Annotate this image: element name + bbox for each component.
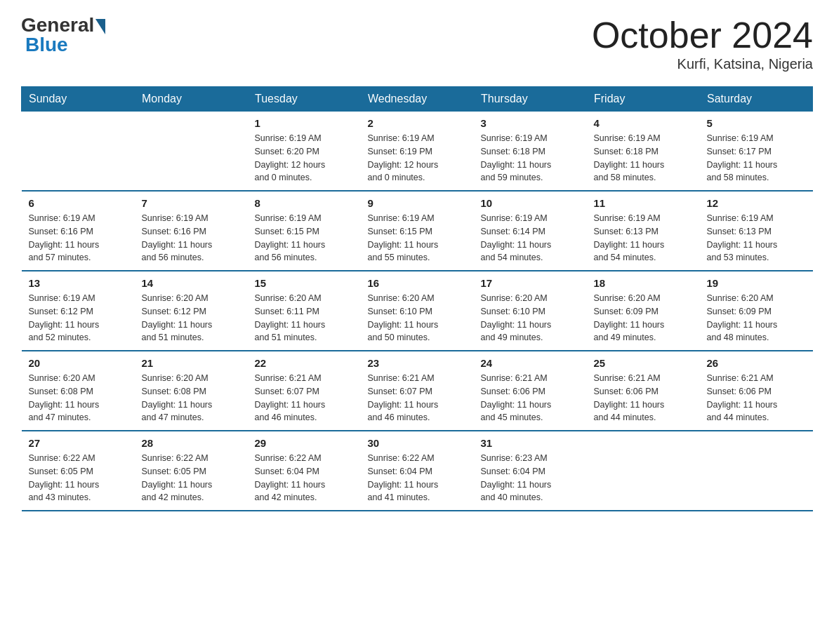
calendar-cell-w2-d6: 11Sunrise: 6:19 AM Sunset: 6:13 PM Dayli… (587, 191, 700, 271)
day-number-18: 18 (594, 277, 693, 289)
calendar-cell-w3-d5: 17Sunrise: 6:20 AM Sunset: 6:10 PM Dayli… (474, 271, 587, 351)
calendar-cell-w4-d5: 24Sunrise: 6:21 AM Sunset: 6:06 PM Dayli… (474, 351, 587, 431)
calendar-cell-w2-d3: 8Sunrise: 6:19 AM Sunset: 6:15 PM Daylig… (248, 191, 361, 271)
day-info-16: Sunrise: 6:20 AM Sunset: 6:10 PM Dayligh… (368, 292, 467, 344)
day-number-2: 2 (368, 117, 467, 129)
day-info-25: Sunrise: 6:21 AM Sunset: 6:06 PM Dayligh… (594, 372, 693, 424)
week-row-2: 6Sunrise: 6:19 AM Sunset: 6:16 PM Daylig… (22, 191, 813, 271)
day-info-17: Sunrise: 6:20 AM Sunset: 6:10 PM Dayligh… (481, 292, 580, 344)
day-info-11: Sunrise: 6:19 AM Sunset: 6:13 PM Dayligh… (594, 212, 693, 264)
day-number-9: 9 (368, 197, 467, 209)
week-row-4: 20Sunrise: 6:20 AM Sunset: 6:08 PM Dayli… (22, 351, 813, 431)
day-number-15: 15 (255, 277, 354, 289)
day-number-24: 24 (481, 357, 580, 369)
calendar-cell-w1-d5: 3Sunrise: 6:19 AM Sunset: 6:18 PM Daylig… (474, 112, 587, 192)
day-info-1: Sunrise: 6:19 AM Sunset: 6:20 PM Dayligh… (255, 132, 354, 185)
calendar-cell-w5-d4: 30Sunrise: 6:22 AM Sunset: 6:04 PM Dayli… (361, 431, 474, 511)
day-info-28: Sunrise: 6:22 AM Sunset: 6:05 PM Dayligh… (142, 452, 241, 504)
header-thursday: Thursday (474, 87, 587, 112)
calendar-cell-w3-d6: 18Sunrise: 6:20 AM Sunset: 6:09 PM Dayli… (587, 271, 700, 351)
calendar-cell-w5-d7 (700, 431, 813, 511)
calendar-cell-w1-d7: 5Sunrise: 6:19 AM Sunset: 6:17 PM Daylig… (700, 112, 813, 192)
calendar-cell-w4-d6: 25Sunrise: 6:21 AM Sunset: 6:06 PM Dayli… (587, 351, 700, 431)
calendar-cell-w4-d3: 22Sunrise: 6:21 AM Sunset: 6:07 PM Dayli… (248, 351, 361, 431)
week-row-5: 27Sunrise: 6:22 AM Sunset: 6:05 PM Dayli… (22, 431, 813, 511)
header-row: Sunday Monday Tuesday Wednesday Thursday… (22, 87, 813, 112)
calendar-cell-w2-d2: 7Sunrise: 6:19 AM Sunset: 6:16 PM Daylig… (135, 191, 248, 271)
page-header: General Blue October 2024 Kurfi, Katsina… (21, 14, 813, 72)
day-info-9: Sunrise: 6:19 AM Sunset: 6:15 PM Dayligh… (368, 212, 467, 264)
calendar-cell-w4-d1: 20Sunrise: 6:20 AM Sunset: 6:08 PM Dayli… (22, 351, 135, 431)
day-number-14: 14 (142, 277, 241, 289)
logo: General Blue (21, 14, 105, 56)
day-info-30: Sunrise: 6:22 AM Sunset: 6:04 PM Dayligh… (368, 452, 467, 504)
day-number-26: 26 (707, 357, 806, 369)
day-number-13: 13 (29, 277, 128, 289)
calendar-body: 1Sunrise: 6:19 AM Sunset: 6:20 PM Daylig… (22, 112, 813, 511)
calendar-cell-w4-d7: 26Sunrise: 6:21 AM Sunset: 6:06 PM Dayli… (700, 351, 813, 431)
day-info-3: Sunrise: 6:19 AM Sunset: 6:18 PM Dayligh… (481, 132, 580, 185)
day-info-24: Sunrise: 6:21 AM Sunset: 6:06 PM Dayligh… (481, 372, 580, 424)
week-row-1: 1Sunrise: 6:19 AM Sunset: 6:20 PM Daylig… (22, 112, 813, 192)
day-info-31: Sunrise: 6:23 AM Sunset: 6:04 PM Dayligh… (481, 452, 580, 504)
day-number-21: 21 (142, 357, 241, 369)
day-info-6: Sunrise: 6:19 AM Sunset: 6:16 PM Dayligh… (29, 212, 128, 264)
day-number-17: 17 (481, 277, 580, 289)
day-number-3: 3 (481, 117, 580, 129)
day-number-11: 11 (594, 197, 693, 209)
calendar-header: Sunday Monday Tuesday Wednesday Thursday… (22, 87, 813, 112)
day-number-10: 10 (481, 197, 580, 209)
calendar-cell-w1-d6: 4Sunrise: 6:19 AM Sunset: 6:18 PM Daylig… (587, 112, 700, 192)
day-info-29: Sunrise: 6:22 AM Sunset: 6:04 PM Dayligh… (255, 452, 354, 504)
calendar-cell-w4-d4: 23Sunrise: 6:21 AM Sunset: 6:07 PM Dayli… (361, 351, 474, 431)
calendar-cell-w5-d1: 27Sunrise: 6:22 AM Sunset: 6:05 PM Dayli… (22, 431, 135, 511)
day-number-5: 5 (707, 117, 806, 129)
calendar-cell-w3-d2: 14Sunrise: 6:20 AM Sunset: 6:12 PM Dayli… (135, 271, 248, 351)
day-number-23: 23 (368, 357, 467, 369)
calendar-cell-w1-d3: 1Sunrise: 6:19 AM Sunset: 6:20 PM Daylig… (248, 112, 361, 192)
day-number-27: 27 (29, 437, 128, 449)
day-info-27: Sunrise: 6:22 AM Sunset: 6:05 PM Dayligh… (29, 452, 128, 504)
day-number-19: 19 (707, 277, 806, 289)
day-number-20: 20 (29, 357, 128, 369)
day-number-25: 25 (594, 357, 693, 369)
day-number-16: 16 (368, 277, 467, 289)
header-saturday: Saturday (700, 87, 813, 112)
day-number-22: 22 (255, 357, 354, 369)
day-info-10: Sunrise: 6:19 AM Sunset: 6:14 PM Dayligh… (481, 212, 580, 264)
calendar-cell-w3-d3: 15Sunrise: 6:20 AM Sunset: 6:11 PM Dayli… (248, 271, 361, 351)
day-info-21: Sunrise: 6:20 AM Sunset: 6:08 PM Dayligh… (142, 372, 241, 424)
location: Kurfi, Katsina, Nigeria (592, 56, 813, 72)
header-sunday: Sunday (22, 87, 135, 112)
day-number-12: 12 (707, 197, 806, 209)
day-number-30: 30 (368, 437, 467, 449)
calendar-cell-w1-d4: 2Sunrise: 6:19 AM Sunset: 6:19 PM Daylig… (361, 112, 474, 192)
header-wednesday: Wednesday (361, 87, 474, 112)
header-monday: Monday (135, 87, 248, 112)
week-row-3: 13Sunrise: 6:19 AM Sunset: 6:12 PM Dayli… (22, 271, 813, 351)
month-title: October 2024 (592, 14, 813, 56)
day-number-6: 6 (29, 197, 128, 209)
day-info-14: Sunrise: 6:20 AM Sunset: 6:12 PM Dayligh… (142, 292, 241, 344)
calendar-cell-w2-d5: 10Sunrise: 6:19 AM Sunset: 6:14 PM Dayli… (474, 191, 587, 271)
day-info-2: Sunrise: 6:19 AM Sunset: 6:19 PM Dayligh… (368, 132, 467, 185)
logo-blue: Blue (25, 34, 68, 56)
day-number-8: 8 (255, 197, 354, 209)
title-section: October 2024 Kurfi, Katsina, Nigeria (592, 14, 813, 72)
calendar-cell-w3-d7: 19Sunrise: 6:20 AM Sunset: 6:09 PM Dayli… (700, 271, 813, 351)
calendar-cell-w5-d5: 31Sunrise: 6:23 AM Sunset: 6:04 PM Dayli… (474, 431, 587, 511)
header-friday: Friday (587, 87, 700, 112)
calendar-cell-w2-d4: 9Sunrise: 6:19 AM Sunset: 6:15 PM Daylig… (361, 191, 474, 271)
calendar-cell-w5-d3: 29Sunrise: 6:22 AM Sunset: 6:04 PM Dayli… (248, 431, 361, 511)
calendar-table: Sunday Monday Tuesday Wednesday Thursday… (21, 86, 813, 511)
day-number-29: 29 (255, 437, 354, 449)
calendar-cell-w4-d2: 21Sunrise: 6:20 AM Sunset: 6:08 PM Dayli… (135, 351, 248, 431)
day-info-19: Sunrise: 6:20 AM Sunset: 6:09 PM Dayligh… (707, 292, 806, 344)
day-info-7: Sunrise: 6:19 AM Sunset: 6:16 PM Dayligh… (142, 212, 241, 264)
calendar-cell-w3-d4: 16Sunrise: 6:20 AM Sunset: 6:10 PM Dayli… (361, 271, 474, 351)
day-info-20: Sunrise: 6:20 AM Sunset: 6:08 PM Dayligh… (29, 372, 128, 424)
calendar-cell-w3-d1: 13Sunrise: 6:19 AM Sunset: 6:12 PM Dayli… (22, 271, 135, 351)
day-number-4: 4 (594, 117, 693, 129)
calendar-cell-w5-d6 (587, 431, 700, 511)
calendar-cell-w2-d7: 12Sunrise: 6:19 AM Sunset: 6:13 PM Dayli… (700, 191, 813, 271)
